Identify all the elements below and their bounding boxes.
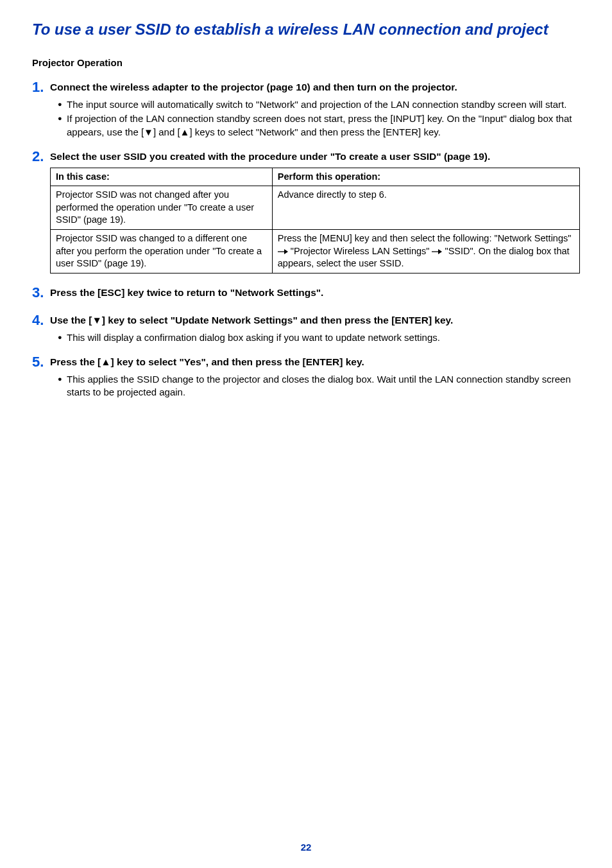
step-title: Use the [▼] key to select "Update Networ…: [50, 314, 580, 327]
step-1: 1. Connect the wireless adapter to the p…: [32, 80, 580, 140]
step-body: Use the [▼] key to select "Update Networ…: [50, 313, 580, 345]
bullet-list: This will display a confirmation dialog …: [50, 331, 580, 344]
step-title: Select the user SSID you created with th…: [50, 150, 580, 164]
step-body: Select the user SSID you created with th…: [50, 149, 580, 276]
table-header-operation: Perform this operation:: [272, 168, 579, 186]
op-text-part: "Projector Wireless LAN Settings": [288, 246, 432, 256]
ssid-table: In this case: Perform this operation: Pr…: [50, 168, 580, 273]
table-row: Projector SSID was not changed after you…: [51, 186, 580, 230]
subheading-projector-operation: Projector Operation: [32, 57, 580, 68]
table-cell-case: Projector SSID was not changed after you…: [51, 186, 273, 230]
step-body: Press the [ESC] key twice to return to "…: [50, 285, 580, 304]
bullet-item: This will display a confirmation dialog …: [58, 331, 580, 344]
step-4: 4. Use the [▼] key to select "Update Net…: [32, 313, 580, 345]
step-number: 1.: [32, 80, 50, 95]
right-arrow-icon: [432, 248, 442, 255]
step-5: 5. Press the [▲] key to select "Yes", an…: [32, 354, 580, 400]
step-title: Connect the wireless adapter to the proj…: [50, 81, 580, 94]
bullet-list: This applies the SSID change to the proj…: [50, 373, 580, 399]
bullet-list: The input source will automatically swit…: [50, 98, 580, 139]
step-2: 2. Select the user SSID you created with…: [32, 149, 580, 276]
step-body: Connect the wireless adapter to the proj…: [50, 80, 580, 140]
table-row: Projector SSID was changed to a differen…: [51, 230, 580, 273]
bullet-item: If projection of the LAN connection stan…: [58, 112, 580, 139]
op-text-part: Press the [MENU] key and then select the…: [278, 233, 572, 243]
step-3: 3. Press the [ESC] key twice to return t…: [32, 285, 580, 304]
step-title: Press the [▲] key to select "Yes", and t…: [50, 356, 580, 369]
step-number: 5.: [32, 354, 50, 370]
table-cell-operation: Press the [MENU] key and then select the…: [272, 230, 579, 273]
table-cell-case: Projector SSID was changed to a differen…: [51, 230, 273, 273]
step-body: Press the [▲] key to select "Yes", and t…: [50, 354, 580, 400]
bullet-item: The input source will automatically swit…: [58, 98, 580, 111]
page-number: 22: [0, 842, 612, 853]
table-cell-operation: Advance directly to step 6.: [272, 186, 579, 230]
step-number: 2.: [32, 149, 50, 164]
step-number: 4.: [32, 313, 50, 328]
page-title: To use a user SSID to establish a wirele…: [32, 19, 580, 39]
bullet-item: This applies the SSID change to the proj…: [58, 373, 580, 399]
step-number: 3.: [32, 285, 50, 300]
table-header-case: In this case:: [51, 168, 273, 186]
step-title: Press the [ESC] key twice to return to "…: [50, 286, 580, 300]
right-arrow-icon: [278, 248, 288, 255]
